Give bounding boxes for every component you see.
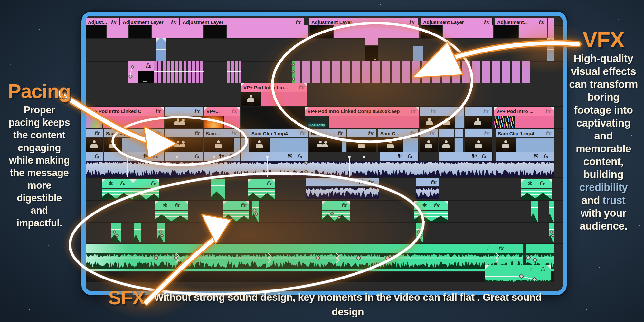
timeline-clip[interactable] bbox=[211, 179, 225, 200]
clip-label-bar bbox=[548, 18, 554, 25]
timeline-clip[interactable]: fx bbox=[420, 129, 438, 152]
timeline-clip[interactable] bbox=[413, 46, 423, 61]
timeline-clip[interactable] bbox=[549, 223, 554, 242]
timeline-clip[interactable]: fx bbox=[165, 129, 203, 152]
timeline-clip[interactable]: fx bbox=[86, 129, 103, 152]
speaker-icon bbox=[358, 179, 363, 185]
timeline-clip[interactable]: ✱fx bbox=[102, 179, 133, 200]
timeline-clip[interactable]: fx bbox=[465, 129, 492, 152]
timeline-clip[interactable] bbox=[107, 25, 128, 38]
timeline-clip[interactable]: VP+ Pod Intro Linked Cfx bbox=[86, 107, 164, 128]
timeline-clip[interactable] bbox=[241, 107, 305, 128]
timeline-clip[interactable]: Sam Clipfx bbox=[104, 129, 164, 152]
timeline-clip[interactable] bbox=[443, 25, 493, 38]
timeline-clip[interactable]: fx bbox=[347, 129, 376, 152]
timeline-clip[interactable]: Sam Clip-1.mp4fx bbox=[249, 129, 308, 152]
timeline-clip[interactable]: ✱fx bbox=[155, 201, 188, 222]
timeline-clip[interactable] bbox=[86, 161, 554, 177]
timeline-clip[interactable] bbox=[129, 25, 151, 38]
timeline-clip[interactable]: Sam Clip-1.mp4fx bbox=[496, 129, 554, 152]
timeline-clip[interactable]: fx bbox=[420, 107, 439, 128]
timeline-clip[interactable]: fx bbox=[165, 152, 203, 161]
timeline-clip[interactable] bbox=[252, 201, 259, 222]
timeline-clip[interactable] bbox=[548, 18, 554, 25]
timeline-clip[interactable] bbox=[439, 129, 454, 152]
timeline-clip[interactable]: fx bbox=[248, 179, 275, 200]
timeline-clip[interactable]: Adjustment Layerfx bbox=[180, 18, 304, 25]
timeline-clip[interactable]: ♪fx bbox=[86, 244, 523, 271]
timeline-clip[interactable]: VP+ Pod Intro ...fx bbox=[494, 107, 554, 128]
keyframe-diamond[interactable] bbox=[291, 77, 295, 80]
keyframe-stick[interactable] bbox=[177, 157, 177, 177]
keyframe-stick[interactable] bbox=[349, 157, 350, 177]
timeline-clip[interactable]: Adjustment Layerfx bbox=[309, 18, 418, 25]
timeline-clip[interactable]: VP+...fx bbox=[204, 107, 240, 128]
keyframe-diamond[interactable] bbox=[130, 65, 135, 69]
keyframe-stick[interactable] bbox=[267, 157, 268, 177]
timeline-clip[interactable]: Sam...fx bbox=[204, 129, 240, 152]
keyframe-stick[interactable] bbox=[364, 157, 364, 177]
timeline-clip[interactable] bbox=[334, 25, 419, 38]
timeline-clip[interactable] bbox=[455, 129, 463, 152]
timeline-clip[interactable]: Main...fx bbox=[309, 129, 346, 152]
timeline-clip[interactable] bbox=[227, 25, 308, 38]
timeline-clip[interactable] bbox=[455, 107, 464, 128]
timeline-clip[interactable]: fx bbox=[138, 61, 154, 83]
timeline-clip[interactable]: fx bbox=[439, 152, 492, 161]
timeline-clip[interactable] bbox=[241, 152, 249, 161]
timeline-clip[interactable] bbox=[156, 38, 166, 61]
timeline-clip[interactable] bbox=[494, 25, 518, 38]
timeline-clip[interactable] bbox=[134, 223, 141, 242]
timeline-clip[interactable] bbox=[548, 25, 554, 38]
timeline-clip[interactable]: fx bbox=[416, 178, 439, 199]
keyframe-diamond[interactable] bbox=[291, 63, 295, 66]
keyframe-stick[interactable] bbox=[127, 157, 128, 177]
timeline-clip[interactable]: ✱fx bbox=[414, 201, 448, 222]
timeline-clip[interactable]: Adjustment Layerfx bbox=[120, 18, 179, 25]
timeline-clip[interactable]: Adjustment...fx bbox=[495, 18, 547, 25]
timeline-clip[interactable]: fx bbox=[223, 201, 249, 222]
timeline-clip[interactable]: fx bbox=[322, 201, 350, 222]
timeline-clip[interactable] bbox=[128, 61, 138, 83]
timeline-clip[interactable]: fx bbox=[249, 152, 308, 161]
timeline-clip[interactable] bbox=[519, 25, 547, 38]
timeline-clip[interactable] bbox=[157, 223, 165, 242]
timeline-clip[interactable] bbox=[241, 129, 249, 152]
timeline-clip[interactable]: Adjustment Layerfx bbox=[421, 18, 492, 25]
timeline-clip[interactable] bbox=[310, 25, 333, 38]
timeline-clip[interactable]: fx bbox=[165, 107, 203, 128]
timeline-clip[interactable]: fx bbox=[133, 179, 159, 200]
timeline-clip[interactable] bbox=[416, 223, 423, 242]
timeline-clip[interactable] bbox=[204, 25, 226, 38]
timeline-clip[interactable] bbox=[531, 201, 538, 222]
timeline-clip[interactable]: Sam C...fx bbox=[378, 129, 418, 152]
timeline-clip[interactable] bbox=[365, 38, 378, 61]
timeline-clip[interactable] bbox=[549, 201, 554, 222]
timeline-clip[interactable]: ♪fx bbox=[485, 265, 551, 282]
timeline-clip[interactable]: fx bbox=[86, 152, 103, 161]
timeline-clip[interactable]: fx bbox=[204, 152, 240, 161]
fx-badge: fx bbox=[153, 153, 159, 160]
timeline-clip[interactable] bbox=[439, 107, 455, 128]
timeline-clip[interactable]: VP+ Pod Intro Linked Comp 05/200k.aepfxG… bbox=[305, 107, 419, 128]
timeline-clip[interactable] bbox=[111, 223, 121, 242]
timeline-clip[interactable] bbox=[152, 25, 203, 38]
timeline-clip[interactable]: fx bbox=[465, 107, 492, 128]
timeline-clip[interactable]: fx bbox=[104, 152, 164, 161]
fx-badge: fx bbox=[232, 108, 238, 114]
timeline-clip[interactable]: ✱fx bbox=[521, 179, 552, 200]
timeline-clip[interactable] bbox=[292, 61, 530, 83]
timeline-clip[interactable]: VP+ Pod Intro Lin...fx bbox=[241, 83, 307, 106]
timeline-clip[interactable] bbox=[86, 272, 554, 282]
timeline-clip[interactable]: fx bbox=[306, 178, 379, 199]
keyframe-stick[interactable] bbox=[214, 157, 214, 177]
timeline-clip[interactable]: fx bbox=[496, 152, 554, 161]
timeline-clip[interactable] bbox=[547, 38, 554, 61]
timeline-clip[interactable] bbox=[227, 61, 241, 83]
timeline-clip[interactable]: fx bbox=[380, 152, 418, 161]
timeline-clip[interactable]: Adjust...fx bbox=[86, 18, 119, 25]
timeline-clip[interactable] bbox=[154, 61, 204, 83]
timeline-clip[interactable] bbox=[421, 25, 442, 38]
timeline-clip[interactable] bbox=[86, 25, 106, 38]
keyframe-diamond[interactable] bbox=[291, 70, 295, 73]
